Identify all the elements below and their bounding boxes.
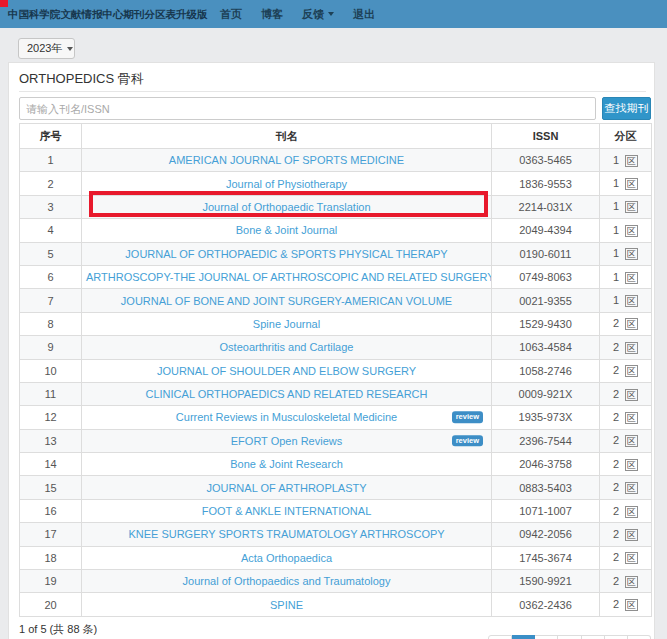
- zone-box-icon: 区: [625, 389, 638, 401]
- table-row: 5JOURNAL OF ORTHOPAEDIC & SPORTS PHYSICA…: [20, 242, 652, 265]
- journal-name-cell: Bone & Joint Journal: [82, 219, 492, 242]
- issn-cell: 1071-1007: [492, 499, 600, 522]
- row-index: 12: [20, 406, 82, 429]
- page: 中国科学院文献情报中心期刊分区表升级版 首页博客反馈退出 2023年 ORTHO…: [0, 0, 667, 639]
- journal-link[interactable]: JOURNAL OF ORTHOPAEDIC & SPORTS PHYSICAL…: [125, 248, 447, 260]
- pagination-item[interactable]: 1: [512, 635, 535, 639]
- table-row: 16FOOT & ANKLE INTERNATIONAL1071-10072 区: [20, 499, 652, 522]
- table-row: 12Current Reviews in Musculoskeletal Med…: [20, 406, 652, 429]
- journal-link[interactable]: Journal of Physiotherapy: [226, 178, 347, 190]
- nav-item[interactable]: 首页: [220, 7, 242, 22]
- zone-box-icon: 区: [625, 248, 638, 260]
- journal-link[interactable]: JOURNAL OF ARTHROPLASTY: [206, 482, 366, 494]
- zone-box-icon: 区: [625, 552, 638, 564]
- table-row: 19Journal of Orthopaedics and Traumatolo…: [20, 570, 652, 593]
- journal-link[interactable]: Bone & Joint Research: [230, 458, 343, 470]
- zone-cell: 1 区: [600, 289, 652, 312]
- row-index: 19: [20, 570, 82, 593]
- issn-cell: 0009-921X: [492, 382, 600, 405]
- nav-item[interactable]: 退出: [353, 7, 375, 22]
- pagination-item[interactable]: 3: [558, 635, 581, 639]
- row-index: 15: [20, 476, 82, 499]
- journal-link[interactable]: Spine Journal: [253, 318, 320, 330]
- content-panel: ORTHOPEDICS 骨科 查找期刊 序号 刊名 ISSN 分区 1AMERI…: [8, 62, 655, 639]
- nav-item[interactable]: 反馈: [302, 7, 334, 22]
- journal-link[interactable]: KNEE SURGERY SPORTS TRAUMATOLOGY ARTHROS…: [128, 528, 444, 540]
- header-zone: 分区: [600, 124, 652, 149]
- site-title: 中国科学院文献情报中心期刊分区表升级版: [8, 0, 208, 28]
- journal-name-cell: Spine Journal: [82, 312, 492, 335]
- row-index: 11: [20, 382, 82, 405]
- row-index: 18: [20, 546, 82, 569]
- zone-box-icon: 区: [625, 178, 638, 190]
- pagination-item[interactable]: 5: [605, 635, 628, 639]
- issn-cell: 2049-4394: [492, 219, 600, 242]
- zone-box-icon: 区: [625, 459, 638, 471]
- zone-cell: 2 区: [600, 453, 652, 476]
- zone-cell: 2 区: [600, 593, 652, 616]
- pagination: «12345»: [488, 635, 651, 639]
- zone-box-icon: 区: [625, 365, 638, 377]
- journal-link[interactable]: JOURNAL OF SHOULDER AND ELBOW SURGERY: [157, 365, 416, 377]
- row-index: 10: [20, 359, 82, 382]
- pagination-item[interactable]: »: [628, 635, 651, 639]
- pagination-item[interactable]: 4: [582, 635, 605, 639]
- journal-link[interactable]: AMERICAN JOURNAL OF SPORTS MEDICINE: [169, 154, 404, 166]
- annotation-corner-marker: [0, 0, 8, 7]
- pagination-item[interactable]: 2: [535, 635, 558, 639]
- title-divider: [19, 91, 646, 92]
- zone-cell: 2 区: [600, 406, 652, 429]
- table-row: 15JOURNAL OF ARTHROPLASTY0883-54032 区: [20, 476, 652, 499]
- table-row: 1AMERICAN JOURNAL OF SPORTS MEDICINE0363…: [20, 149, 652, 172]
- zone-cell: 2 区: [600, 312, 652, 335]
- issn-cell: 1745-3674: [492, 546, 600, 569]
- table-header-row: 序号 刊名 ISSN 分区: [20, 124, 652, 149]
- journal-link[interactable]: JOURNAL OF BONE AND JOINT SURGERY-AMERIC…: [121, 295, 452, 307]
- issn-cell: 1063-4584: [492, 336, 600, 359]
- caret-down-icon: [328, 12, 334, 16]
- top-navbar: 中国科学院文献情报中心期刊分区表升级版 首页博客反馈退出: [0, 0, 667, 28]
- journal-name-cell: Bone & Joint Research: [82, 453, 492, 476]
- zone-cell: 1 区: [600, 149, 652, 172]
- zone-cell: 1 区: [600, 265, 652, 288]
- journal-link[interactable]: Current Reviews in Musculoskeletal Medic…: [176, 411, 397, 423]
- issn-cell: 1590-9921: [492, 570, 600, 593]
- journal-name-cell: JOURNAL OF SHOULDER AND ELBOW SURGERY: [82, 359, 492, 382]
- search-button[interactable]: 查找期刊: [602, 97, 651, 120]
- journal-link[interactable]: CLINICAL ORTHOPAEDICS AND RELATED RESEAR…: [146, 388, 428, 400]
- issn-cell: 0749-8063: [492, 265, 600, 288]
- zone-cell: 2 区: [600, 523, 652, 546]
- issn-cell: 0363-5465: [492, 149, 600, 172]
- year-dropdown-button[interactable]: 2023年: [18, 38, 75, 59]
- header-journal-name: 刊名: [82, 124, 492, 149]
- journal-link[interactable]: ARTHROSCOPY-THE JOURNAL OF ARTHROSCOPIC …: [86, 271, 492, 283]
- zone-box-icon: 区: [625, 295, 638, 307]
- zone-box-icon: 区: [625, 529, 638, 541]
- row-index: 14: [20, 453, 82, 476]
- journal-link[interactable]: EFORT Open Reviews: [231, 435, 342, 447]
- journal-link[interactable]: SPINE: [270, 599, 303, 611]
- journal-name-cell: Acta Orthopaedica: [82, 546, 492, 569]
- zone-box-icon: 区: [625, 435, 638, 447]
- zone-cell: 2 区: [600, 570, 652, 593]
- zone-box-icon: 区: [625, 412, 638, 424]
- table-row: 6ARTHROSCOPY-THE JOURNAL OF ARTHROSCOPIC…: [20, 265, 652, 288]
- row-index: 13: [20, 429, 82, 452]
- pagination-item[interactable]: «: [488, 635, 512, 639]
- journal-name-cell: JOURNAL OF ORTHOPAEDIC & SPORTS PHYSICAL…: [82, 242, 492, 265]
- caret-down-icon: [67, 47, 73, 51]
- journal-link[interactable]: Acta Orthopaedica: [241, 552, 332, 564]
- journal-link[interactable]: FOOT & ANKLE INTERNATIONAL: [202, 505, 372, 517]
- journal-name-cell: Current Reviews in Musculoskeletal Medic…: [82, 406, 492, 429]
- journal-link[interactable]: Osteoarthritis and Cartilage: [220, 341, 354, 353]
- nav-item[interactable]: 博客: [261, 7, 283, 22]
- table-row: 18Acta Orthopaedica1745-36742 区: [20, 546, 652, 569]
- row-index: 3: [20, 195, 82, 218]
- journal-link[interactable]: Bone & Joint Journal: [236, 224, 338, 236]
- header-index: 序号: [20, 124, 82, 149]
- search-input[interactable]: [19, 97, 596, 120]
- journal-name-cell: Journal of Orthopaedics and Traumatology: [82, 570, 492, 593]
- nav-menu: 首页博客反馈退出: [220, 0, 394, 28]
- table-row: 20SPINE0362-24362 区: [20, 593, 652, 616]
- journal-link[interactable]: Journal of Orthopaedics and Traumatology: [183, 575, 391, 587]
